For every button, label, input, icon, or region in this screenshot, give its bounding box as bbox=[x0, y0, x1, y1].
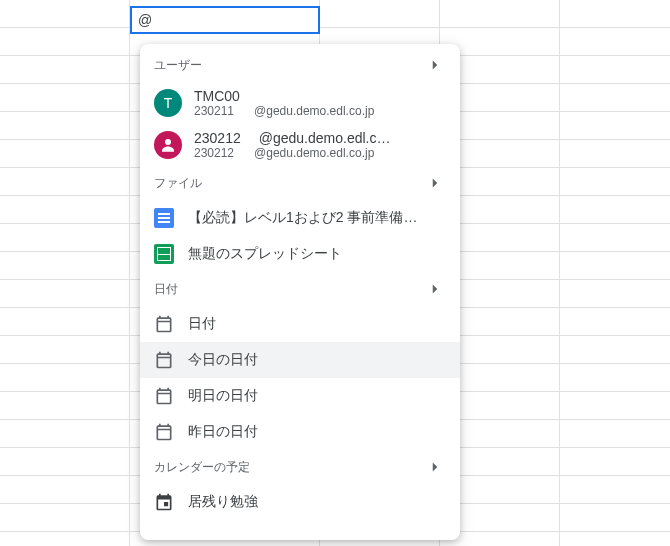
user-item[interactable]: T TMC00 230211 @gedu.demo.edl.co.jp bbox=[140, 82, 460, 124]
sheets-icon bbox=[154, 244, 174, 264]
date-label: 日付 bbox=[188, 315, 216, 333]
date-item[interactable]: 今日の日付 bbox=[140, 342, 460, 378]
avatar bbox=[154, 131, 182, 159]
date-item[interactable]: 明日の日付 bbox=[140, 378, 460, 414]
user-email-sub: @gedu.demo.edl.co.jp bbox=[254, 146, 374, 160]
calendar-icon bbox=[154, 422, 174, 442]
active-cell-input[interactable]: @ bbox=[130, 6, 320, 34]
date-item[interactable]: 昨日の日付 bbox=[140, 414, 460, 450]
svg-point-0 bbox=[165, 139, 171, 145]
chevron-right-icon bbox=[426, 458, 444, 476]
file-item[interactable]: 無題のスプレッドシート bbox=[140, 236, 460, 272]
user-id: 230211 bbox=[194, 104, 234, 118]
chevron-right-icon bbox=[426, 56, 444, 74]
person-icon bbox=[159, 136, 177, 154]
avatar: T bbox=[154, 89, 182, 117]
section-label: 日付 bbox=[154, 281, 178, 298]
chevron-right-icon bbox=[426, 174, 444, 192]
date-item[interactable]: 日付 bbox=[140, 306, 460, 342]
section-label: カレンダーの予定 bbox=[154, 459, 250, 476]
section-header-calendar[interactable]: カレンダーの予定 bbox=[140, 450, 460, 484]
file-item[interactable]: 【必読】レベル1および2 事前準備… bbox=[140, 200, 460, 236]
user-name: 230212 bbox=[194, 130, 241, 146]
date-label: 今日の日付 bbox=[188, 351, 258, 369]
calendar-icon bbox=[154, 314, 174, 334]
section-header-dates[interactable]: 日付 bbox=[140, 272, 460, 306]
user-name: TMC00 bbox=[194, 88, 446, 104]
chevron-right-icon bbox=[426, 280, 444, 298]
cell-value: @ bbox=[138, 12, 152, 28]
docs-icon bbox=[154, 208, 174, 228]
user-email: @gedu.demo.edl.c… bbox=[259, 130, 391, 146]
calendar-event-item[interactable]: 居残り勉強 bbox=[140, 484, 460, 520]
section-label: ユーザー bbox=[154, 57, 202, 74]
calendar-icon bbox=[154, 350, 174, 370]
section-header-files[interactable]: ファイル bbox=[140, 166, 460, 200]
event-label: 居残り勉強 bbox=[188, 493, 258, 511]
user-item[interactable]: 230212 @gedu.demo.edl.c… 230212 @gedu.de… bbox=[140, 124, 460, 166]
event-icon bbox=[154, 492, 174, 512]
file-label: 無題のスプレッドシート bbox=[188, 245, 342, 263]
section-header-users[interactable]: ユーザー bbox=[140, 48, 460, 82]
section-label: ファイル bbox=[154, 175, 202, 192]
date-label: 明日の日付 bbox=[188, 387, 258, 405]
file-label: 【必読】レベル1および2 事前準備… bbox=[188, 209, 417, 227]
user-id: 230212 bbox=[194, 146, 234, 160]
calendar-icon bbox=[154, 386, 174, 406]
date-label: 昨日の日付 bbox=[188, 423, 258, 441]
user-email: @gedu.demo.edl.co.jp bbox=[254, 104, 374, 118]
at-mention-dropdown: ユーザー T TMC00 230211 @gedu.demo.edl.co.jp… bbox=[140, 44, 460, 540]
